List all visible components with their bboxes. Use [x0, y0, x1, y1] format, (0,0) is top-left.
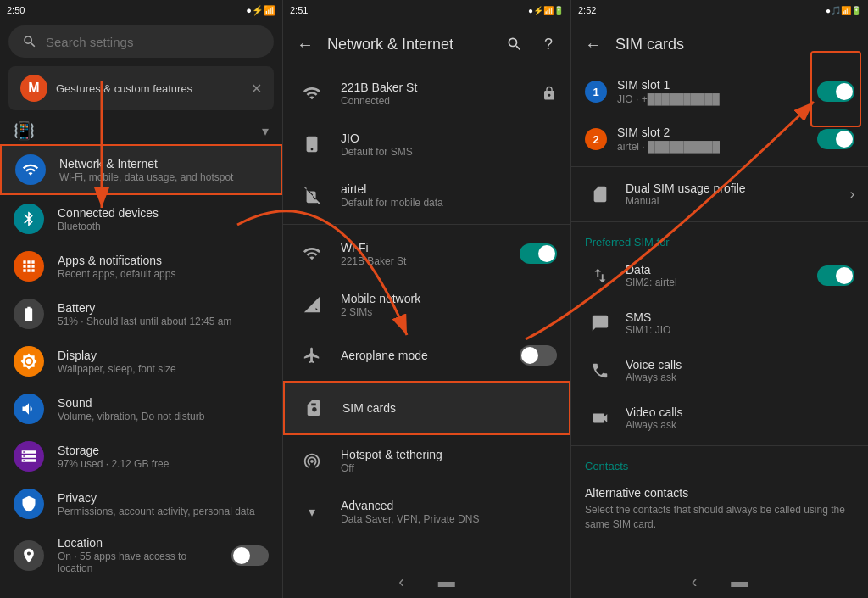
divider-sim-1	[571, 166, 868, 167]
settings-panel: 2:50 ●⚡📶 M Gestures & custom features ✕ …	[0, 0, 283, 598]
net-item-wifi[interactable]: Wi-Fi 221B Baker St	[283, 228, 570, 279]
search-input[interactable]	[46, 35, 260, 49]
wifi-toggle[interactable]	[520, 243, 557, 264]
sim-slot-2-toggle[interactable]	[817, 129, 854, 149]
net-item-jio[interactable]: JIO Default for SMS	[283, 119, 570, 170]
video-text: Video calls Always ask	[626, 405, 854, 431]
settings-item-display[interactable]: Display Wallpaper, sleep, font size	[0, 338, 282, 385]
advanced-icon: ▾	[297, 496, 327, 527]
location-text: Location On · 55 apps have access to loc…	[58, 536, 218, 574]
data-icon	[585, 260, 615, 291]
location-subtitle: On · 55 apps have access to location	[58, 550, 218, 574]
pref-item-voice[interactable]: Voice calls Always ask	[571, 347, 868, 394]
expand-icon[interactable]: ▾	[262, 123, 269, 139]
voice-icon	[585, 355, 615, 386]
battery-subtitle: 51% · Should last until about 12:45 am	[58, 316, 269, 327]
privacy-text: Privacy Permissions, account activity, p…	[58, 491, 269, 517]
sim-list: 1 SIM slot 1 JIO · +██████████ 2 SIM slo…	[571, 68, 868, 564]
battery-text: Battery 51% · Should last until about 12…	[58, 301, 269, 327]
mobile-icon	[297, 289, 327, 320]
dual-sim-icon	[585, 179, 615, 210]
network-header: ← Network & Internet ?	[283, 20, 570, 68]
pref-item-sms[interactable]: SMS SIM1: JIO	[571, 299, 868, 347]
display-text: Display Wallpaper, sleep, font size	[58, 349, 269, 375]
wifi-text: Wi-Fi 221B Baker St	[341, 241, 506, 267]
pref-item-video[interactable]: Video calls Always ask	[571, 394, 868, 442]
net-item-wifi-network[interactable]: 221B Baker St Connected	[283, 68, 570, 119]
nav-home-3[interactable]: ▬	[731, 572, 748, 591]
hotspot-icon	[297, 445, 327, 476]
net-item-sim[interactable]: SIM cards	[283, 381, 570, 435]
search-button-2[interactable]	[499, 29, 530, 59]
display-subtitle: Wallpaper, sleep, font size	[58, 363, 269, 375]
preferred-section-label: Preferred SIM for	[571, 226, 868, 252]
wifi-network-end	[542, 86, 557, 101]
vibrate-section: 📳 ▾	[0, 114, 282, 144]
bottom-nav-2: ‹ ▬	[283, 564, 570, 598]
dual-sim-text: Dual SIM usage profile Manual	[626, 182, 840, 207]
privacy-title: Privacy	[58, 491, 269, 505]
net-item-hotspot[interactable]: Hotspot & tethering Off	[283, 435, 570, 486]
settings-item-network[interactable]: Network & Internet Wi-Fi, mobile, data u…	[0, 144, 282, 195]
settings-item-privacy[interactable]: Privacy Permissions, account activity, p…	[0, 480, 282, 528]
help-button-2[interactable]: ?	[533, 29, 564, 59]
video-icon	[585, 403, 615, 433]
sim-slot-2[interactable]: 2 SIM slot 2 airtel · ██████████	[571, 115, 868, 163]
sms-icon	[585, 308, 615, 338]
advanced-text: Advanced Data Saver, VPN, Private DNS	[341, 499, 557, 525]
wifi-network-icon	[297, 78, 327, 109]
nav-back-3[interactable]: ‹	[692, 572, 698, 591]
aeroplane-toggle[interactable]	[520, 345, 557, 366]
back-button-3[interactable]: ←	[578, 29, 609, 59]
location-icon	[14, 540, 44, 571]
search-bar[interactable]	[8, 25, 274, 58]
dual-sim-arrow: ›	[850, 187, 854, 202]
close-icon[interactable]: ✕	[251, 81, 262, 97]
settings-item-storage[interactable]: Storage 97% used · 2.12 GB free	[0, 433, 282, 480]
network-panel: 2:51 ●⚡📶🔋 ← Network & Internet ?	[283, 0, 571, 598]
mobile-text: Mobile network 2 SIMs	[341, 292, 557, 318]
divider-sim-3	[571, 445, 868, 446]
connected-title: Connected devices	[58, 206, 269, 220]
settings-item-location[interactable]: Location On · 55 apps have access to loc…	[0, 528, 282, 583]
privacy-icon	[14, 489, 44, 519]
settings-item-sound[interactable]: Sound Volume, vibration, Do not disturb	[0, 385, 282, 433]
net-item-aeroplane[interactable]: Aeroplane mode	[283, 330, 570, 381]
storage-icon	[14, 441, 44, 472]
location-toggle[interactable]	[231, 545, 269, 566]
pref-item-data[interactable]: Data SIM2: airtel	[571, 252, 868, 299]
pref-item-alt-contacts[interactable]: Alternative contacts Select the contacts…	[571, 476, 868, 540]
moto-banner[interactable]: M Gestures & custom features ✕	[8, 66, 274, 110]
search-icon	[22, 34, 37, 49]
sim-slot-1[interactable]: 1 SIM slot 1 JIO · +██████████	[571, 68, 868, 115]
dual-sim-profile[interactable]: Dual SIM usage profile Manual ›	[571, 170, 868, 218]
airtel-text: airtel Default for mobile data	[341, 182, 557, 209]
storage-subtitle: 97% used · 2.12 GB free	[58, 458, 269, 470]
bottom-nav-3: ‹ ▬	[571, 564, 868, 598]
airtel-icon	[297, 180, 327, 210]
wifi-icon	[297, 238, 327, 269]
back-button-2[interactable]: ←	[290, 29, 320, 59]
settings-item-apps[interactable]: Apps & notifications Recent apps, defaul…	[0, 243, 282, 290]
sim-title-header: SIM cards	[615, 36, 861, 53]
connected-subtitle: Bluetooth	[58, 221, 269, 232]
sound-text: Sound Volume, vibration, Do not disturb	[58, 396, 269, 422]
sim-header: ← SIM cards	[571, 20, 868, 68]
settings-item-battery[interactable]: Battery 51% · Should last until about 12…	[0, 290, 282, 338]
main-container: 2:50 ●⚡📶 M Gestures & custom features ✕ …	[0, 0, 868, 598]
settings-list: Network & Internet Wi-Fi, mobile, data u…	[0, 144, 282, 598]
nav-home-2[interactable]: ▬	[438, 572, 455, 591]
data-toggle[interactable]	[817, 265, 854, 286]
net-item-advanced[interactable]: ▾ Advanced Data Saver, VPN, Private DNS	[283, 486, 570, 537]
privacy-subtitle: Permissions, account activity, personal …	[58, 506, 269, 517]
network-subtitle: Wi-Fi, mobile, data usage, and hotspot	[59, 171, 267, 183]
net-item-airtel[interactable]: airtel Default for mobile data	[283, 170, 570, 221]
nav-back-2[interactable]: ‹	[398, 572, 404, 591]
status-time-3: 2:52	[578, 5, 596, 15]
moto-logo: M	[20, 75, 47, 102]
status-bar-2: 2:51 ●⚡📶🔋	[283, 0, 570, 20]
settings-item-connected[interactable]: Connected devices Bluetooth	[0, 195, 282, 243]
net-item-mobile[interactable]: Mobile network 2 SIMs	[283, 279, 570, 330]
sim-slot-1-toggle[interactable]	[817, 81, 854, 102]
battery-title: Battery	[58, 301, 269, 315]
